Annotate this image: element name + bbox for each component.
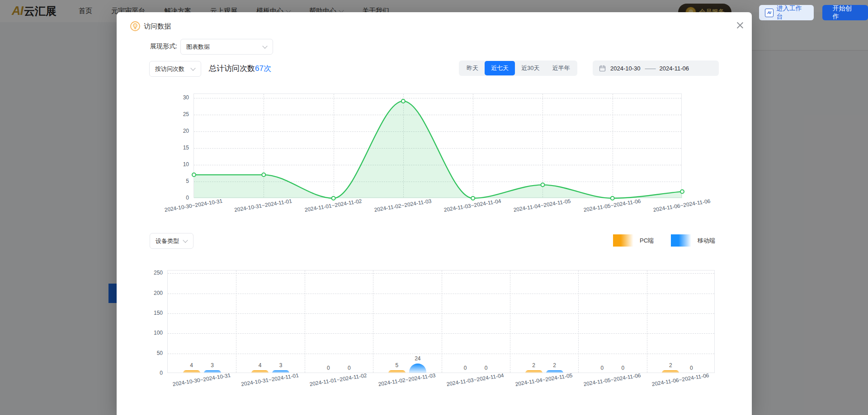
bar-value-label: 0 — [592, 365, 612, 371]
h-gridline — [168, 333, 714, 334]
display-form-label: 展现形式: — [150, 42, 177, 51]
x-axis-tick-label: 2024-11-01~2024-11-02 — [309, 372, 368, 387]
top-right-actions: AI 进入工作台 开始创作 — [759, 5, 868, 20]
y-axis-tick-label: 200 — [140, 290, 163, 296]
line-chart-plot-area — [193, 93, 682, 198]
bar-PC端-6 — [525, 370, 542, 373]
h-gridline — [168, 313, 714, 314]
bar-value-label: 4 — [250, 362, 270, 368]
range-tab-2[interactable]: 近七天 — [485, 61, 515, 75]
x-axis-tick-label: 2024-11-05~2024-11-06 — [583, 372, 642, 387]
legend-label-2[interactable]: 移动端 — [698, 237, 715, 245]
y-axis-tick-label: 25 — [166, 111, 189, 117]
legend-label-1[interactable]: PC端 — [640, 237, 654, 245]
data-point — [471, 196, 475, 200]
modal-title-text: 访问数据 — [144, 22, 171, 31]
range-tab-3[interactable]: 近30天 — [515, 61, 546, 75]
start-create-label: 开始创作 — [833, 5, 858, 21]
total-visits: 总计访问次数67次 — [209, 63, 271, 74]
data-point — [611, 196, 614, 200]
data-point — [401, 99, 405, 103]
bulb-icon — [130, 21, 140, 31]
h-gridline — [168, 294, 714, 294]
device-type-value: 设备类型 — [150, 237, 184, 245]
x-axis-tick-label: 2024-11-02~2024-11-03 — [378, 372, 436, 387]
display-form-select[interactable]: 图表数据 — [180, 39, 273, 55]
y-axis-tick-label: 50 — [140, 350, 163, 356]
bar-value-label: 0 — [318, 365, 338, 371]
bar-value-label: 3 — [271, 362, 291, 368]
screen: AI 云汇展 首页元宇宙平台解决方案云上观展模板中心帮助中心关于我们 会员服务 … — [0, 0, 868, 415]
y-axis-tick-label: 30 — [166, 94, 189, 101]
v-gridline — [236, 270, 236, 373]
date-end: 2024-11-06 — [660, 65, 689, 72]
bar-value-label: 2 — [545, 362, 565, 368]
data-point — [262, 173, 265, 177]
device-type-select[interactable]: 设备类型 — [150, 233, 193, 249]
data-point — [332, 196, 335, 200]
bar-移动端-1 — [204, 370, 221, 373]
bar-PC端-4 — [388, 370, 406, 373]
bar-移动端-6 — [546, 370, 563, 373]
total-visits-prefix: 总计访问次数 — [209, 64, 255, 73]
calendar-icon — [599, 65, 606, 72]
chevron-down-icon — [262, 43, 267, 48]
v-gridline — [305, 270, 305, 373]
range-tab-4[interactable]: 近半年 — [546, 61, 576, 75]
y-axis-tick-label: 0 — [166, 195, 189, 201]
bar-PC端-8 — [662, 370, 679, 373]
x-axis-tick-label: 2024-11-04~2024-11-05 — [514, 372, 573, 387]
visit-data-modal: 访问数据 展现形式: 图表数据 按访问次数 总计访问次数67次 昨天近七天近30… — [117, 12, 752, 415]
chevron-down-icon — [190, 65, 195, 70]
total-visits-value: 67次 — [255, 64, 271, 73]
close-icon[interactable] — [736, 21, 745, 30]
bar-value-label: 3 — [203, 362, 222, 368]
range-tab-1[interactable]: 昨天 — [460, 61, 485, 75]
y-axis-tick-label: 10 — [166, 161, 189, 168]
v-gridline — [647, 270, 647, 373]
h-gridline — [168, 273, 714, 274]
chevron-down-icon — [183, 238, 188, 242]
x-axis-tick-label: 2024-10-31~2024-11-01 — [241, 372, 299, 387]
y-axis-tick-label: 0 — [140, 370, 163, 376]
x-axis-tick-label: 2024-11-06~2024-11-06 — [653, 198, 711, 213]
bar-PC端-1 — [183, 370, 200, 373]
chart-legend: PC端移动端 — [613, 234, 726, 247]
ai-logo-icon: AI — [765, 9, 774, 17]
metric-select-value: 按访问次数 — [150, 65, 191, 73]
enter-workspace-button[interactable]: AI 进入工作台 — [759, 5, 814, 20]
bar-value-label: 0 — [339, 365, 359, 371]
bar-value-label: 4 — [182, 362, 202, 368]
start-create-button[interactable]: 开始创作 — [822, 5, 868, 20]
bar-value-label: 0 — [455, 365, 475, 371]
bar-value-label: 2 — [660, 362, 680, 368]
bar-移动端-4 — [409, 364, 426, 373]
y-axis-tick-label: 250 — [140, 270, 163, 276]
x-axis-tick-label: 2024-11-04~2024-11-05 — [513, 198, 571, 213]
bar-value-label: 2 — [524, 362, 544, 368]
bar-value-label: 24 — [408, 355, 428, 362]
y-axis-tick-label: 15 — [166, 145, 189, 151]
line-series-svg — [194, 94, 682, 198]
bar-value-label: 5 — [387, 362, 407, 368]
modal-title: 访问数据 — [130, 21, 171, 31]
v-gridline — [373, 270, 373, 373]
legend-swatch-1[interactable] — [613, 234, 633, 247]
date-range-picker[interactable]: 2024-10-30 —— 2024-11-06 — [593, 61, 719, 76]
y-axis-tick-label: 20 — [166, 128, 189, 134]
h-gridline — [168, 354, 714, 354]
bar-value-label: 0 — [681, 365, 701, 371]
metric-select[interactable]: 按访问次数 — [149, 61, 201, 77]
legend-swatch-2[interactable] — [671, 234, 691, 247]
bar-PC端-2 — [251, 370, 269, 373]
x-axis-tick-label: 2024-10-30~2024-10-31 — [172, 372, 231, 387]
bar-value-label: 0 — [613, 365, 633, 371]
bar-chart-plot-area: 43430052400220020 — [167, 270, 715, 373]
date-separator: —— — [645, 65, 655, 72]
date-start: 2024-10-30 — [610, 65, 641, 72]
x-axis-tick-label: 2024-11-02~2024-11-03 — [374, 198, 432, 213]
y-axis-tick-label: 150 — [140, 310, 163, 316]
date-range-tabs: 昨天近七天近30天近半年 — [459, 61, 577, 76]
bar-移动端-2 — [272, 370, 289, 373]
x-axis-tick-label: 2024-11-06~2024-11-06 — [651, 372, 710, 387]
